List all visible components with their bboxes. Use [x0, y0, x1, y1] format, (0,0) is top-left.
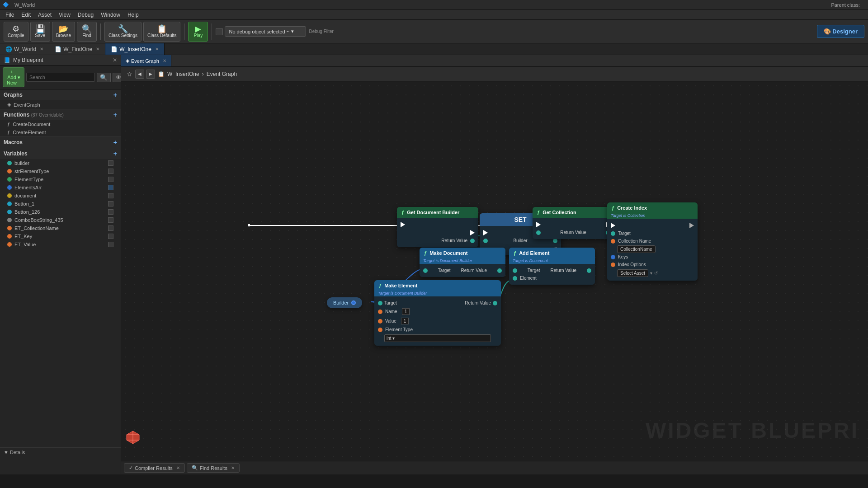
- var-et-collection-name[interactable]: ET_CollectionName: [0, 224, 121, 232]
- macros-add-button[interactable]: +: [113, 139, 117, 146]
- var-checkbox-button-126[interactable]: [108, 209, 113, 215]
- class-settings-button[interactable]: 🔧 Class Settings: [104, 22, 142, 42]
- builder-out-pin: [351, 300, 356, 305]
- compile-button[interactable]: ⚙ Compile: [4, 22, 28, 42]
- target-pin-ci: Target: [607, 230, 698, 237]
- search-button[interactable]: 🔍: [97, 73, 111, 82]
- target-in-me: [378, 301, 382, 305]
- get-collection-func-icon: ƒ: [537, 210, 540, 215]
- tab-insertone[interactable]: 📄 W_InsertOne ✕: [105, 43, 165, 55]
- search-input[interactable]: [26, 73, 95, 82]
- nav-back-button[interactable]: ◀: [135, 70, 144, 79]
- var-checkbox-elements-arr[interactable]: [108, 185, 113, 190]
- compiler-results-tab[interactable]: ✓ Compiler Results ✕: [124, 463, 185, 473]
- add-new-button[interactable]: + Add New ▾: [3, 67, 24, 87]
- save-button[interactable]: 💾 Save: [30, 22, 50, 42]
- var-builder[interactable]: builder: [0, 159, 121, 167]
- close-icon[interactable]: ✕: [113, 57, 117, 63]
- var-checkbox-element-type[interactable]: [108, 177, 113, 182]
- find-button[interactable]: 🔍 Find: [77, 22, 97, 42]
- tab-world[interactable]: 🌐 W_World ✕: [0, 43, 49, 55]
- menu-debug[interactable]: Debug: [74, 10, 97, 19]
- element-type-dropdown[interactable]: int ▾: [384, 334, 491, 342]
- node-get-document-builder[interactable]: ƒ Get Document Builder Return Value: [397, 207, 478, 247]
- node-return-value-pin: Return Value: [397, 237, 478, 244]
- graphs-label: Graphs: [4, 92, 23, 98]
- tab-world-close[interactable]: ✕: [40, 47, 43, 52]
- var-color-et-value: [7, 242, 12, 247]
- tab-insertone-close[interactable]: ✕: [155, 47, 159, 52]
- builder-node[interactable]: Builder: [327, 297, 362, 308]
- breadcrumb-star[interactable]: ☆: [127, 70, 132, 78]
- var-checkbox-et-collection-name[interactable]: [108, 225, 113, 231]
- element-in: [513, 276, 517, 281]
- macros-section-header[interactable]: Macros +: [0, 137, 121, 148]
- details-panel: ▼ Details: [0, 447, 121, 474]
- exec-pin-out: [470, 230, 475, 235]
- tab-event-graph[interactable]: ◈ Event Graph ✕: [121, 55, 171, 66]
- toolbar-separator: [100, 23, 101, 40]
- menu-asset[interactable]: Asset: [34, 10, 55, 19]
- menu-view[interactable]: View: [55, 10, 74, 19]
- debug-filter-dropdown[interactable]: No debug object selected ~ ▾: [225, 26, 306, 37]
- functions-add-button[interactable]: +: [113, 111, 117, 118]
- var-button-126[interactable]: Button_126: [0, 208, 121, 216]
- node-create-index[interactable]: ƒ Create Index Target is Collection Targ…: [607, 202, 698, 281]
- graph-canvas[interactable]: ƒ Get Document Builder Return Value: [121, 81, 868, 461]
- var-combobox[interactable]: ComboBoxString_435: [0, 216, 121, 224]
- builder-in-pin: [483, 239, 488, 243]
- node-make-element[interactable]: ƒ Make Element Target is Document Builde…: [374, 280, 501, 346]
- class-defaults-button[interactable]: 📋 Class Defaults: [143, 22, 180, 42]
- browse-button[interactable]: 📂 Browse: [52, 22, 75, 42]
- var-element-type[interactable]: ElementType: [0, 175, 121, 183]
- var-checkbox-document[interactable]: [108, 193, 113, 198]
- node-get-collection[interactable]: ƒ Get Collection Return Value: [533, 207, 614, 239]
- main-layout: 📘 My Blueprint ✕ + Add New ▾ 🔍 👁 Graphs …: [0, 55, 868, 474]
- nav-forward-button[interactable]: ▶: [146, 70, 155, 79]
- var-elements-arr[interactable]: ElementsArr: [0, 183, 121, 192]
- index-options-arrow[interactable]: ▾: [650, 271, 652, 276]
- functions-section: Functions (37 Overridable) + ƒ CreateDoc…: [0, 109, 121, 137]
- menu-edit[interactable]: Edit: [18, 10, 34, 19]
- var-button-1[interactable]: Button_1: [0, 200, 121, 208]
- var-checkbox-button-1[interactable]: [108, 201, 113, 206]
- var-checkbox-builder[interactable]: [108, 160, 113, 166]
- node-make-document[interactable]: ƒ Make Document Target is Document Build…: [420, 248, 505, 277]
- tab-findone-close[interactable]: ✕: [96, 47, 99, 52]
- menu-file[interactable]: File: [2, 10, 18, 19]
- tab-insertone-icon: 📄: [111, 46, 118, 52]
- var-str-element-type[interactable]: strElementType: [0, 167, 121, 175]
- event-graph-icon: ◈: [126, 58, 129, 64]
- find-results-tab[interactable]: 🔍 Find Results ✕: [187, 463, 240, 473]
- index-options-refresh[interactable]: ↺: [654, 271, 658, 276]
- graphs-add-button[interactable]: +: [113, 91, 117, 99]
- node-add-element[interactable]: ƒ Add Element Target is Document Target …: [509, 248, 595, 285]
- create-document-item[interactable]: ƒ CreateDocument: [0, 120, 121, 128]
- play-button[interactable]: ▶ Play: [188, 22, 208, 42]
- var-document[interactable]: document: [0, 192, 121, 200]
- menu-help[interactable]: Help: [124, 10, 142, 19]
- var-checkbox-et-value[interactable]: [108, 242, 113, 247]
- var-color-button-1: [7, 202, 12, 206]
- variables-add-button[interactable]: +: [113, 150, 117, 157]
- event-graph-item[interactable]: ◈ EventGraph: [0, 100, 121, 109]
- menu-window[interactable]: Window: [97, 10, 124, 19]
- create-element-item[interactable]: ƒ CreateElement: [0, 128, 121, 136]
- designer-button[interactable]: 🎨 Designer: [817, 25, 864, 38]
- search-bar: + Add New ▾ 🔍 👁: [0, 66, 121, 89]
- functions-section-header[interactable]: Functions (37 Overridable) +: [0, 109, 121, 120]
- var-color-et-collection-name: [7, 226, 12, 230]
- var-et-value[interactable]: ET_Value: [0, 240, 121, 249]
- var-checkbox-str-element-type[interactable]: [108, 169, 113, 174]
- find-results-close[interactable]: ✕: [231, 465, 235, 470]
- variables-section-header[interactable]: Variables +: [0, 148, 121, 159]
- var-checkbox-combobox[interactable]: [108, 217, 113, 223]
- compiler-results-close[interactable]: ✕: [176, 465, 180, 470]
- index-options-badge[interactable]: Select Asset: [617, 269, 648, 277]
- graphs-section-header[interactable]: Graphs +: [0, 89, 121, 100]
- event-graph-close[interactable]: ✕: [163, 58, 166, 63]
- var-et-key[interactable]: ET_Key: [0, 232, 121, 240]
- var-checkbox-et-key[interactable]: [108, 234, 113, 239]
- tab-findone[interactable]: 📄 W_FindOne ✕: [49, 43, 105, 55]
- debug-arrow-left[interactable]: [216, 28, 223, 35]
